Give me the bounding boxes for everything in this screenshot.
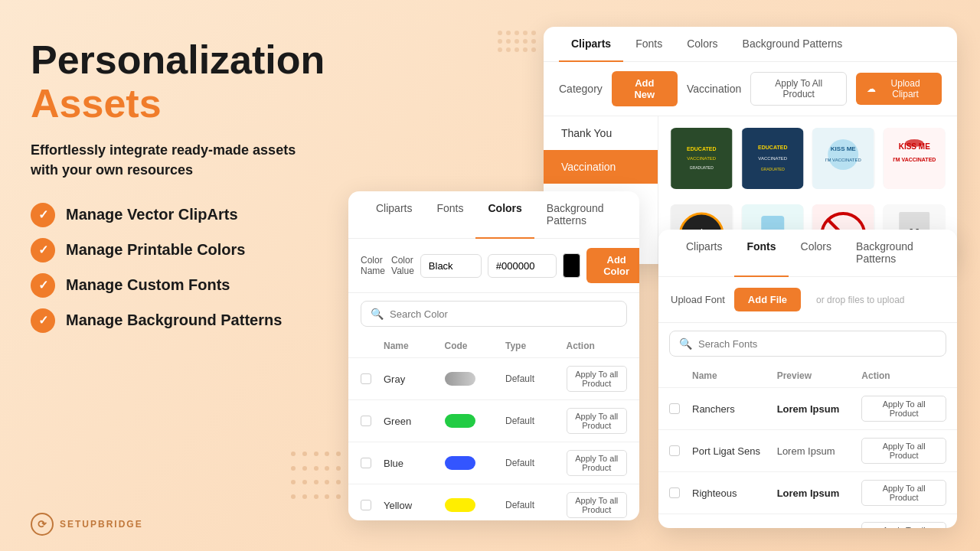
clipart-thumb[interactable]: KISS ME I'M VACCINATED xyxy=(883,128,946,189)
logo: ⟳ SETUPBRIDGE xyxy=(31,513,143,536)
row-checkbox[interactable] xyxy=(669,487,680,498)
upload-icon: ☁ xyxy=(867,83,876,94)
cliparts-tabs: Cliparts Fonts Colors Background Pattern… xyxy=(544,27,957,62)
colors-panel: Cliparts Fonts Colors Background Pattern… xyxy=(348,191,639,520)
tab-cliparts-c[interactable]: Cliparts xyxy=(364,191,424,239)
apply-all-font-button[interactable]: Apply To all Product xyxy=(861,396,946,422)
tab-background-patterns[interactable]: Background Patterns xyxy=(730,27,855,62)
clipart-thumb[interactable]: KISS ME I'M VACCINATED xyxy=(812,128,875,189)
color-value-input[interactable] xyxy=(488,254,557,278)
color-row: Yellow Default Apply To all Product xyxy=(348,484,639,520)
font-row: Righteous Lorem Ipsum Apply To all Produ… xyxy=(658,471,957,514)
feature-item: Manage Printable Colors xyxy=(31,238,352,262)
colors-tabs: Cliparts Fonts Colors Background Pattern… xyxy=(348,191,639,239)
logo-icon: ⟳ xyxy=(31,513,54,536)
col-code: Code xyxy=(445,341,506,351)
apply-all-button[interactable]: Apply To All Product xyxy=(750,72,847,106)
clipart-thumb[interactable]: EDUCATED VACCINATED GRADUATED xyxy=(670,128,733,189)
tab-fonts-f[interactable]: Fonts xyxy=(734,230,788,277)
svg-text:I'M VACCINATED: I'M VACCINATED xyxy=(893,157,936,162)
row-checkbox[interactable] xyxy=(361,373,371,384)
fonts-panel: Cliparts Fonts Colors Background Pattern… xyxy=(658,230,957,528)
font-search-box[interactable]: 🔍 xyxy=(669,331,946,357)
font-search-input[interactable] xyxy=(698,338,936,350)
cat-vaccination[interactable]: Vaccination xyxy=(544,150,658,184)
add-new-button[interactable]: Add New xyxy=(612,71,678,106)
row-checkbox[interactable] xyxy=(669,445,680,456)
color-search-input[interactable] xyxy=(390,308,617,320)
apply-all-color-button[interactable]: Apply To all Product xyxy=(567,366,628,392)
svg-point-15 xyxy=(905,139,923,147)
row-checkbox[interactable] xyxy=(361,416,371,426)
tab-bg-patterns-f[interactable]: Background Patterns xyxy=(844,230,942,277)
hero-subtitle: Effortlessly integrate ready-made assets… xyxy=(31,141,322,179)
color-type-cell: Default xyxy=(505,416,567,426)
feature-item: Manage Custom Fonts xyxy=(31,273,352,298)
apply-all-color-button[interactable]: Apply To all Product xyxy=(567,492,628,518)
tab-cliparts-f[interactable]: Cliparts xyxy=(674,230,734,277)
apply-all-font-button[interactable]: Apply To all Product xyxy=(861,522,946,528)
feature-list: Manage Vector ClipArts Manage Printable … xyxy=(31,203,352,333)
color-type-cell: Default xyxy=(505,500,567,510)
tab-colors-f[interactable]: Colors xyxy=(789,230,844,277)
color-row: Gray Default Apply To all Product xyxy=(348,357,639,399)
cat-thank-you[interactable]: Thank You xyxy=(544,116,658,150)
col-name: Name xyxy=(384,341,445,351)
col-action: Action xyxy=(567,341,628,351)
color-name-label: Color Name xyxy=(361,255,385,276)
search-icon: 🔍 xyxy=(679,337,692,350)
tab-cliparts[interactable]: Cliparts xyxy=(559,27,623,62)
color-pill xyxy=(445,414,475,428)
tab-fonts-c[interactable]: Fonts xyxy=(424,191,475,239)
color-type-cell: Default xyxy=(505,458,567,468)
apply-all-color-button[interactable]: Apply To all Product xyxy=(567,450,628,476)
clipart-thumb[interactable]: EDUCATED VACCINATED GRADUATED xyxy=(741,128,805,189)
color-value-label: Color Value xyxy=(391,255,414,276)
font-preview-cell: Lorem Ipsum xyxy=(777,445,862,457)
svg-text:EDUCATED: EDUCATED xyxy=(758,145,787,150)
apply-all-font-button[interactable]: Apply To all Product xyxy=(861,438,946,464)
fonts-tabs: Cliparts Fonts Colors Background Pattern… xyxy=(658,230,957,277)
svg-text:GRADUATED: GRADUATED xyxy=(690,165,714,170)
font-row: Ranchers Lorem Ipsum Apply To all Produc… xyxy=(658,387,957,429)
tab-bg-patterns-c[interactable]: Background Patterns xyxy=(534,191,624,239)
dots-decoration-tr xyxy=(498,31,536,52)
tab-fonts[interactable]: Fonts xyxy=(623,27,675,62)
color-name-input[interactable] xyxy=(420,254,482,278)
font-table-header: Name Preview Action xyxy=(658,364,957,387)
color-pill xyxy=(445,372,475,386)
apply-all-color-button[interactable]: Apply To all Product xyxy=(567,408,628,434)
dots-decoration-bl xyxy=(291,452,345,505)
color-search-box[interactable]: 🔍 xyxy=(361,301,627,327)
svg-point-9 xyxy=(828,139,858,170)
svg-text:VACCINATED: VACCINATED xyxy=(687,156,716,161)
row-checkbox[interactable] xyxy=(669,403,680,414)
col-name-f: Name xyxy=(692,370,777,381)
color-name-cell: Green xyxy=(384,416,445,427)
color-swatch xyxy=(563,253,580,278)
font-preview-cell: Lorem Ipsum xyxy=(777,403,862,415)
check-icon xyxy=(31,273,55,298)
cliparts-toolbar: Category Add New Vaccination Apply To Al… xyxy=(544,62,957,116)
tab-colors-c[interactable]: Colors xyxy=(475,191,534,239)
vaccination-label: Vaccination xyxy=(687,83,741,95)
row-checkbox[interactable] xyxy=(361,500,371,510)
upload-clipart-button[interactable]: ☁ Upload Clipart xyxy=(856,73,942,105)
add-file-button[interactable]: Add File xyxy=(734,288,801,311)
apply-all-font-button[interactable]: Apply To all Product xyxy=(861,480,946,506)
row-checkbox[interactable] xyxy=(361,458,371,468)
drop-label: or drop files to upload xyxy=(816,295,904,305)
color-code-cell xyxy=(445,372,506,386)
add-color-button[interactable]: Add Color xyxy=(586,248,640,283)
hero-title-line2: Assets xyxy=(31,82,352,126)
font-preview-cell: Lorem Ipsum xyxy=(777,487,862,499)
check-icon xyxy=(31,308,55,333)
col-type: Type xyxy=(505,341,567,351)
tab-colors[interactable]: Colors xyxy=(675,27,730,62)
font-name-righteous: Righteous xyxy=(692,487,777,499)
feature-item: Manage Background Patterns xyxy=(31,308,352,333)
font-row: Port Ligat Sens Lorem Ipsum Apply To all… xyxy=(658,429,957,471)
color-type-cell: Default xyxy=(505,373,567,384)
svg-text:VACCINATED: VACCINATED xyxy=(758,156,787,161)
search-icon: 🔍 xyxy=(371,308,384,320)
